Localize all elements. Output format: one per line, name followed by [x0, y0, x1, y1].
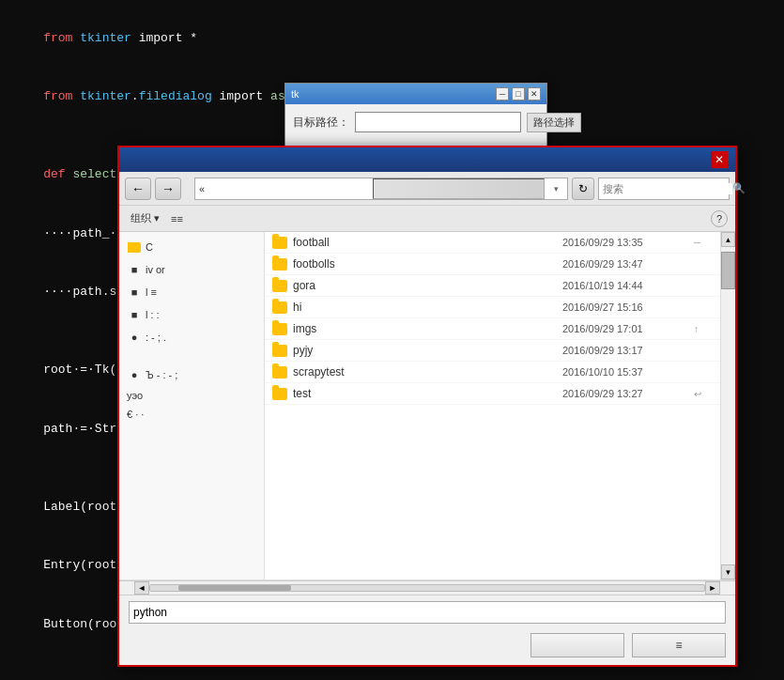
file-item-6[interactable]: scrapytest 2016/10/10 15:37	[265, 362, 720, 383]
filename-input[interactable]	[129, 601, 726, 624]
nav-icon-3: ■	[127, 285, 142, 300]
file-item-date-0: 2016/09/29 13:35	[562, 237, 694, 248]
scroll-thumb[interactable]	[721, 252, 735, 289]
file-item-name-0: football	[272, 236, 562, 249]
file-item-date-3: 2016/09/27 15:16	[562, 301, 694, 313]
dialog-bottom: ◄ ► ≡	[119, 580, 735, 665]
file-dialog: ✕ ← → « ▾ ↻ 🔍 组织 ▾ ≡≡ ? C	[117, 146, 737, 667]
tk-maximize-button[interactable]: □	[512, 87, 525, 100]
hscroll-left-button[interactable]: ◄	[134, 581, 149, 595]
hscroll-thumb[interactable]	[178, 585, 291, 591]
file-item-date-6: 2016/10/10 15:37	[562, 366, 694, 378]
folder-icon-5	[272, 345, 287, 357]
left-panel: C ■ iv or ■ l ≡ ■ l : : ● : - ; . ● Ъ -	[119, 232, 265, 580]
tk-titlebar: tk ─ □ ✕	[285, 84, 546, 104]
nav-item-6[interactable]: ● Ъ - : - ;	[119, 363, 264, 386]
address-bar: « ▾	[194, 178, 568, 200]
refresh-button[interactable]: ↻	[572, 178, 594, 200]
file-item-date-7: 2016/09/29 13:27	[562, 388, 694, 399]
code-line-15: root.mainloo	[14, 673, 770, 680]
file-item-4[interactable]: imgs 2016/09/29 17:01 ↑	[265, 318, 720, 340]
dialog-buttons: ≡	[119, 629, 735, 665]
file-item-name-1: footbolls	[272, 257, 562, 270]
vertical-scrollbar[interactable]: ▲ ▼	[720, 232, 735, 580]
dialog-titlebar: ✕	[119, 147, 735, 172]
folder-icon-4	[272, 323, 287, 335]
ok-button[interactable]	[530, 633, 624, 657]
organize-button[interactable]: 组织 ▾	[127, 209, 163, 227]
file-item-2[interactable]: gora 2016/10/19 14:44	[265, 275, 720, 297]
nav-item-label-4: l : :	[146, 309, 160, 320]
file-item-date-5: 2016/09/29 13:17	[562, 345, 694, 356]
back-button[interactable]: ←	[125, 178, 151, 200]
target-path-input[interactable]	[355, 112, 521, 132]
target-path-label: 目标路径：	[293, 115, 349, 131]
file-item-3[interactable]: hi 2016/09/27 15:16	[265, 297, 720, 318]
folder-icon-2	[272, 280, 287, 292]
folder-icon-6	[272, 366, 287, 379]
file-item-date-1: 2016/09/29 13:47	[562, 258, 694, 270]
file-item-date-2: 2016/10/19 14:44	[562, 280, 694, 291]
nav-item-4[interactable]: ■ l : :	[119, 303, 264, 326]
horizontal-scrollbar[interactable]: ◄ ►	[119, 580, 735, 595]
nav-icon-2: ■	[127, 262, 142, 277]
nav-item-8[interactable]: € · ·	[119, 405, 264, 424]
dialog-close-button[interactable]: ✕	[711, 151, 728, 168]
file-item-name-3: hi	[272, 301, 562, 314]
scroll-up-button[interactable]: ▲	[721, 232, 735, 247]
file-item-name-7: test	[272, 387, 562, 400]
nav-icon-5: ●	[127, 330, 142, 345]
tk-minimize-button[interactable]: ─	[496, 87, 509, 100]
file-item-name-6: scrapytest	[272, 365, 562, 379]
nav-icon-6: ●	[127, 367, 142, 382]
nav-item-7[interactable]: уэо	[119, 386, 264, 405]
nav-item-2[interactable]: ■ iv or	[119, 258, 264, 281]
nav-folder-icon-1	[127, 240, 142, 255]
nav-item-label-3: l ≡	[146, 286, 157, 298]
file-item-extra-4: ↑	[694, 324, 713, 334]
file-item-0[interactable]: football 2016/09/29 13:35 ─	[265, 232, 720, 254]
scroll-down-button[interactable]: ▼	[721, 564, 735, 580]
nav-item-label-8: € · ·	[127, 409, 144, 420]
search-icon[interactable]: 🔍	[732, 182, 746, 194]
hscroll-right-button[interactable]: ►	[705, 581, 720, 595]
folder-icon-0	[272, 237, 287, 249]
file-item-name-5: pyjy	[272, 344, 562, 357]
file-item-name-2: gora	[272, 279, 562, 292]
file-item-1[interactable]: footbolls 2016/09/29 13:47	[265, 254, 720, 275]
search-input[interactable]	[603, 183, 732, 194]
cancel-button[interactable]: ≡	[632, 633, 726, 657]
tk-small-window: tk ─ □ ✕ 目标路径： 路径选择	[284, 83, 547, 153]
code-line-1: from tkinter import *	[14, 9, 770, 68]
dialog-content: C ■ iv or ■ l ≡ ■ l : : ● : - ; . ● Ъ -	[119, 232, 735, 580]
nav-item-5[interactable]: ● : - ; .	[119, 326, 264, 348]
file-item-5[interactable]: pyjy 2016/09/29 13:17	[265, 340, 720, 362]
help-button[interactable]: ?	[711, 210, 728, 227]
address-text: «	[199, 183, 369, 194]
file-item-date-4: 2016/09/29 17:01	[562, 323, 694, 334]
view-button[interactable]: ≡≡	[167, 211, 187, 226]
forward-button[interactable]: →	[155, 178, 181, 200]
folder-icon-3	[272, 301, 287, 314]
file-item-7[interactable]: test 2016/09/29 13:27 ↩	[265, 383, 720, 405]
nav-item-1[interactable]: C	[119, 236, 264, 258]
search-box: 🔍	[598, 178, 730, 200]
nav-item-label-1: C	[146, 241, 153, 253]
filename-row	[119, 595, 735, 629]
address-dropdown-button[interactable]: ▾	[548, 178, 563, 199]
nav-item-label-6: Ъ - : - ;	[146, 369, 177, 380]
folder-icon-1	[272, 258, 287, 270]
folder-icon-7	[272, 388, 287, 400]
nav-item-label-5: : - ; .	[146, 332, 166, 343]
file-item-extra-7: ↩	[694, 389, 713, 399]
tk-title-label: tk	[291, 88, 300, 100]
dialog-toolbar: ← → « ▾ ↻ 🔍	[119, 172, 735, 206]
nav-icon-4: ■	[127, 307, 142, 322]
tk-close-button[interactable]: ✕	[528, 87, 541, 100]
file-list: football 2016/09/29 13:35 ─ footbolls 20…	[265, 232, 720, 405]
nav-item-3[interactable]: ■ l ≡	[119, 281, 264, 303]
tk-title-buttons: ─ □ ✕	[496, 87, 541, 100]
path-select-button[interactable]: 路径选择	[527, 113, 581, 132]
nav-item-label-7: уэо	[127, 390, 143, 401]
hscroll-track	[149, 584, 705, 592]
